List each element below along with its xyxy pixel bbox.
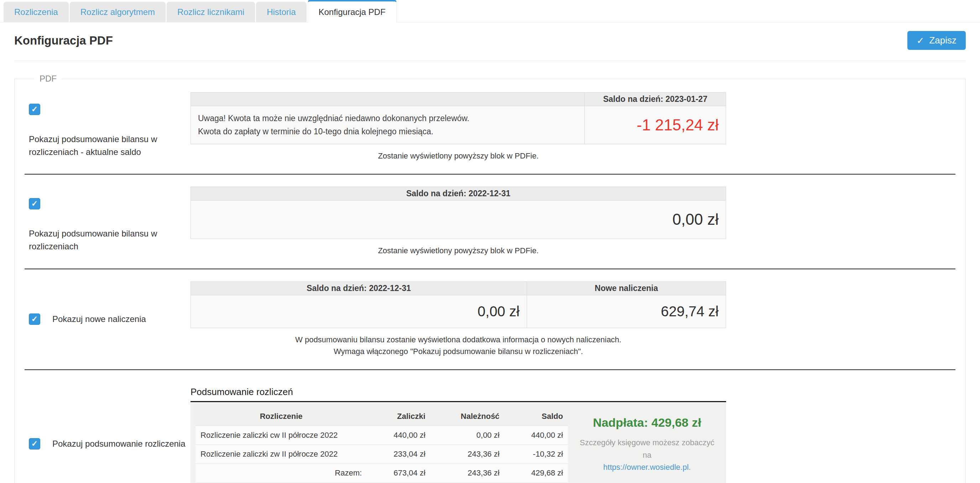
- settlement-summary-preview: Rozliczenie Zaliczki Należność Saldo Roz…: [191, 402, 726, 483]
- checkbox-current-balance-label: Pokazuj podsumowanie bilansu w rozliczen…: [29, 133, 171, 158]
- new-charges-amount: 629,74 zł: [527, 295, 726, 328]
- checkbox-settlement-summary[interactable]: ✓: [29, 438, 40, 450]
- col-zaliczki: Zaliczki: [367, 407, 430, 426]
- section-divider: [25, 369, 955, 370]
- tab-bar: Rozliczenia Rozlicz algorytmem Rozlicz l…: [0, 0, 980, 22]
- tab-rozliczenia[interactable]: Rozliczenia: [3, 2, 69, 22]
- tab-historia[interactable]: Historia: [256, 2, 306, 22]
- saldo-header: Saldo na dzień: 2022-12-31: [191, 187, 726, 200]
- row-zaliczki: 233,04 zł: [367, 445, 430, 464]
- tab-rozlicz-licznikami[interactable]: Rozlicz licznikami: [167, 2, 255, 22]
- empty-header-cell: [191, 92, 585, 106]
- section-balance: ✓ Pokazuj podsumowanie bilansu w rozlicz…: [25, 187, 955, 257]
- overpayment-amount: Nadpłata: 429,68 zł: [593, 416, 701, 430]
- balance-preview-table: Saldo na dzień: 2022-12-31 0,00 zł: [191, 187, 726, 239]
- saldo-header: Saldo na dzień: 2023-01-27: [585, 92, 726, 106]
- settlement-table: Rozliczenie Zaliczki Należność Saldo Roz…: [196, 407, 568, 482]
- total-saldo: 429,68 zł: [504, 464, 568, 482]
- checkmark-icon: ✓: [31, 199, 38, 208]
- checkmark-icon: ✓: [31, 105, 38, 114]
- section-settlement-summary: ✓ Pokazuj podsumowanie rozliczenia Podsu…: [25, 382, 955, 483]
- new-charges-preview-table: Saldo na dzień: 2022-12-31 Nowe naliczen…: [191, 281, 726, 328]
- checkbox-new-charges[interactable]: ✓: [29, 314, 40, 325]
- total-label: Razem:: [196, 464, 367, 482]
- saldo-amount: 0,00 zł: [191, 295, 527, 328]
- current-balance-amount: -1 215,24 zł: [585, 106, 726, 144]
- tab-konfiguracja-pdf[interactable]: Konfiguracja PDF: [308, 0, 397, 22]
- check-icon: ✓: [916, 36, 924, 45]
- section-divider: [25, 269, 955, 269]
- checkmark-icon: ✓: [31, 314, 38, 324]
- checkbox-current-balance[interactable]: ✓: [29, 104, 40, 115]
- owner-link[interactable]: https://owner.wosiedle.pl: [603, 463, 689, 472]
- page-title: Konfiguracja PDF: [14, 34, 113, 47]
- section-new-charges: ✓ Pokazuj nowe naliczenia Saldo na dzień…: [25, 281, 955, 357]
- row-saldo: -10,32 zł: [504, 445, 568, 464]
- row-name: Rozliczenie zaliczki cw II półrocze 2022: [196, 426, 367, 445]
- balance-note-line2: Kwota do zapłaty w terminie do 10-tego d…: [198, 125, 577, 138]
- overpayment-summary: Nadpłata: 429,68 zł Szczegóły księgowe m…: [568, 407, 726, 482]
- col-naleznosc: Należność: [431, 407, 504, 426]
- current-balance-preview-table: Saldo na dzień: 2023-01-27 Uwaga! Kwota …: [191, 92, 726, 144]
- table-total-row: Razem: 673,04 zł 243,36 zł 429,68 zł: [196, 464, 568, 482]
- details-note-text: Szczegóły księgowe możesz zobaczyć na: [580, 438, 714, 459]
- header-divider: [14, 61, 966, 61]
- checkbox-settlement-summary-label: Pokazuj podsumowanie rozliczenia: [52, 437, 186, 450]
- row-zaliczki: 440,00 zł: [367, 426, 430, 445]
- balance-note: Uwaga! Kwota ta może nie uwzględniać nie…: [191, 106, 585, 144]
- caption-line1: W podsumowaniu bilansu zostanie wyświetl…: [191, 334, 726, 346]
- checkbox-balance-label: Pokazuj podsumowanie bilansu w rozliczen…: [29, 227, 171, 253]
- row-name: Rozliczenie zaliczki zw II półrocze 2022: [196, 445, 367, 464]
- col-rozliczenie: Rozliczenie: [196, 407, 367, 426]
- tab-rozlicz-algorytmem[interactable]: Rozlicz algorytmem: [70, 2, 165, 22]
- section-current-balance: ✓ Pokazuj podsumowanie bilansu w rozlicz…: [25, 92, 955, 162]
- table-row: Rozliczenie zaliczki cw II półrocze 2022…: [196, 426, 568, 445]
- balance-note-line1: Uwaga! Kwota ta może nie uwzględniać nie…: [198, 112, 577, 125]
- details-note: Szczegóły księgowe możesz zobaczyć na ht…: [575, 437, 719, 473]
- row-naleznosc: 0,00 zł: [431, 426, 504, 445]
- caption-line2: Wymaga włączonego "Pokazuj podsumowanie …: [191, 346, 726, 357]
- checkmark-icon: ✓: [31, 439, 38, 448]
- preview-caption: Zostanie wyświetlony powyższy blok w PDF…: [191, 245, 726, 257]
- row-naleznosc: 243,36 zł: [431, 445, 504, 464]
- save-button-label: Zapisz: [929, 35, 956, 46]
- balance-amount: 0,00 zł: [191, 200, 726, 239]
- row-saldo: 440,00 zł: [504, 426, 568, 445]
- settlement-summary-title: Podsumowanie rozliczeń: [191, 386, 726, 402]
- pdf-fieldset-legend: PDF: [35, 74, 62, 84]
- page-header: Konfiguracja PDF ✓ Zapisz: [14, 31, 966, 50]
- checkbox-new-charges-label: Pokazuj nowe naliczenia: [52, 313, 146, 325]
- new-charges-header: Nowe naliczenia: [527, 281, 726, 295]
- checkbox-balance[interactable]: ✓: [29, 198, 40, 209]
- preview-caption: W podsumowaniu bilansu zostanie wyświetl…: [191, 334, 726, 357]
- col-saldo: Saldo: [504, 407, 568, 426]
- section-divider: [25, 174, 955, 175]
- total-naleznosc: 243,36 zł: [431, 464, 504, 482]
- total-zaliczki: 673,04 zł: [367, 464, 430, 482]
- table-row: Rozliczenie zaliczki zw II półrocze 2022…: [196, 445, 568, 464]
- pdf-fieldset: PDF ✓ Pokazuj podsumowanie bilansu w roz…: [14, 74, 966, 483]
- saldo-header: Saldo na dzień: 2022-12-31: [191, 281, 527, 295]
- page-content: Konfiguracja PDF ✓ Zapisz PDF ✓ Pokazuj …: [0, 31, 980, 483]
- preview-caption: Zostanie wyświetlony powyższy blok w PDF…: [191, 150, 726, 162]
- details-suffix: .: [689, 463, 691, 472]
- save-button[interactable]: ✓ Zapisz: [907, 31, 966, 50]
